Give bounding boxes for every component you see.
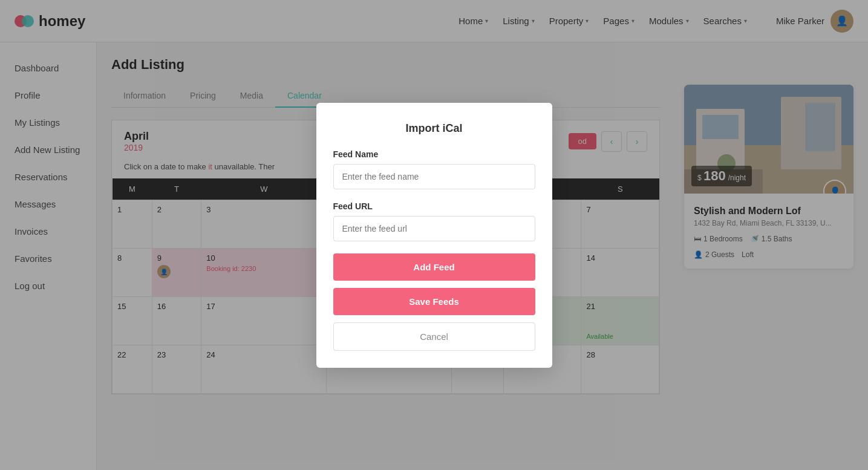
modal-overlay: Import iCal Feed Name Feed URL Add Feed … — [0, 0, 868, 470]
import-ical-modal: Import iCal Feed Name Feed URL Add Feed … — [316, 103, 552, 368]
feed-url-label: Feed URL — [333, 201, 535, 211]
feed-name-input[interactable] — [333, 164, 535, 189]
feed-name-label: Feed Name — [333, 149, 535, 159]
save-feeds-button[interactable]: Save Feeds — [333, 288, 535, 315]
modal-title: Import iCal — [333, 122, 535, 135]
cancel-button[interactable]: Cancel — [333, 322, 535, 351]
feed-name-group: Feed Name — [333, 149, 535, 189]
add-feed-button[interactable]: Add Feed — [333, 253, 535, 281]
feed-url-input[interactable] — [333, 216, 535, 241]
feed-url-group: Feed URL — [333, 201, 535, 241]
